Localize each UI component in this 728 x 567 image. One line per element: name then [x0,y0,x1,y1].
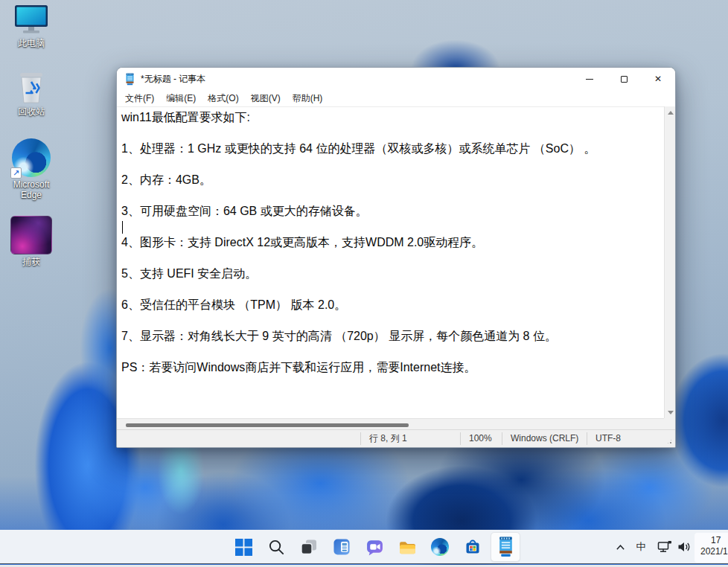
desktop-icon-label: 回收站 [0,106,63,117]
close-icon: ✕ [654,74,662,83]
desktop-icon-label: 捕获 [0,257,63,267]
widgets-icon [333,538,351,556]
widgets-button[interactable] [327,532,357,562]
menu-bar: 文件(F) 编辑(E) 格式(O) 视图(V) 帮助(H) [117,90,675,106]
minimize-button[interactable] [572,68,607,90]
edge-button[interactable] [425,532,455,562]
zoom-level-status: 100% [460,430,492,448]
text-line: 2、内存：4GB。 [117,172,665,188]
store-button[interactable] [458,532,488,562]
desktop-icon-recycle-bin[interactable]: 回收站 [0,70,63,117]
clock-date[interactable]: 2021/12 [700,546,728,557]
maximize-button[interactable] [607,68,641,90]
desktop-icon-capture[interactable]: 捕获 [0,216,63,267]
this-pc-icon [0,4,63,36]
encoding-status: UTF-8 [587,430,621,448]
text-line: PS：若要访问Windows商店并下载和运行应用，需要Internet连接。 [117,359,665,375]
speaker-icon [677,541,692,553]
taskbar: 中 [0,530,728,564]
text-line: 4、图形卡：支持 DirectX 12或更高版本，支持WDDM 2.0驱动程序。 [117,234,665,250]
cursor-position-status: 行 8, 列 1 [360,430,407,448]
tray-overflow-button[interactable] [610,536,630,557]
desktop-icon-label: 此电脑 [0,38,63,48]
window-title: *无标题 - 记事本 [141,73,205,86]
text-line [117,188,665,203]
file-explorer-button[interactable] [392,532,422,562]
text-line [117,219,665,234]
notepad-taskbar-button[interactable] [491,532,520,562]
horizontal-scroll-thumb[interactable] [126,423,409,427]
text-line: 6、受信任的平台模块 （TPM） 版本 2.0。 [117,297,665,313]
menu-format[interactable]: 格式(O) [202,91,244,106]
capture-image-thumbnail [10,216,52,254]
chevron-up-icon [616,543,625,551]
text-line [117,156,665,172]
text-line: 7、显示器：对角线长大于 9 英寸的高清 （720p） 显示屏，每个颜色通道为 … [117,328,665,344]
windows-logo-icon [235,539,252,556]
start-button[interactable] [229,532,258,562]
text-line [117,250,665,266]
clock-time[interactable]: 17 [711,535,721,546]
text-line: 1、处理器：1 GHz 或更快的支持 64 位的处理器（双核或多核）或系统单芯片… [117,141,665,156]
folder-icon [398,538,417,557]
text-line: win11最低配置要求如下: [117,109,665,125]
edge-icon: ↗ [12,138,51,177]
text-line: 5、支持 UEFI 安全启动。 [117,266,665,281]
chat-button[interactable] [360,532,389,562]
store-icon [464,538,482,556]
arrow-down-icon [668,411,674,414]
chat-icon [365,538,384,557]
desktop-icon-this-pc[interactable]: 此电脑 [0,4,63,48]
menu-help[interactable]: 帮助(H) [287,91,329,106]
menu-view[interactable]: 视图(V) [245,91,287,106]
network-button[interactable] [654,536,676,557]
arrow-up-icon [668,111,674,115]
minimize-icon [586,79,593,80]
menu-file[interactable]: 文件(F) [119,91,160,106]
text-editor-area[interactable]: win11最低配置要求如下: 1、处理器：1 GHz 或更快的支持 64 位的处… [117,106,665,418]
vertical-scrollbar[interactable] [664,106,675,418]
task-view-button[interactable] [294,532,324,562]
volume-button[interactable] [674,536,694,557]
scroll-down-button[interactable] [665,406,676,418]
notepad-app-icon [124,73,135,86]
search-icon [268,539,285,556]
notepad-icon [496,536,515,557]
notepad-window: *无标题 - 记事本 ✕ 文件(F) 编辑(E) 格式(O) 视图(V) 帮助(… [116,67,676,448]
task-view-icon [300,538,318,556]
menu-edit[interactable]: 编辑(E) [160,91,202,106]
search-button[interactable] [261,532,291,562]
window-resize-grip[interactable] [666,438,673,445]
text-line [117,313,665,328]
ime-indicator[interactable]: 中 [631,536,651,557]
text-line [117,125,665,141]
close-button[interactable]: ✕ [641,68,675,90]
shortcut-arrow-icon: ↗ [10,167,22,179]
desktop-icon-microsoft-edge[interactable]: ↗ Microsoft Edge [0,138,63,200]
text-line [117,344,665,359]
scroll-up-button[interactable] [665,106,676,118]
ethernet-icon [657,540,672,554]
edge-icon [431,538,449,556]
line-ending-status: Windows (CRLF) [502,430,578,448]
recycle-bin-icon [0,70,63,104]
maximize-icon [621,76,628,83]
text-caret [122,221,123,234]
status-bar: 行 8, 列 1 100% Windows (CRLF) UTF-8 [117,429,675,447]
desktop-icon-label: Microsoft Edge [5,179,57,200]
text-line [117,281,665,297]
text-line: 3、可用硬盘空间：64 GB 或更大的存储设备。 [117,203,665,219]
title-bar[interactable]: *无标题 - 记事本 ✕ [117,68,675,90]
